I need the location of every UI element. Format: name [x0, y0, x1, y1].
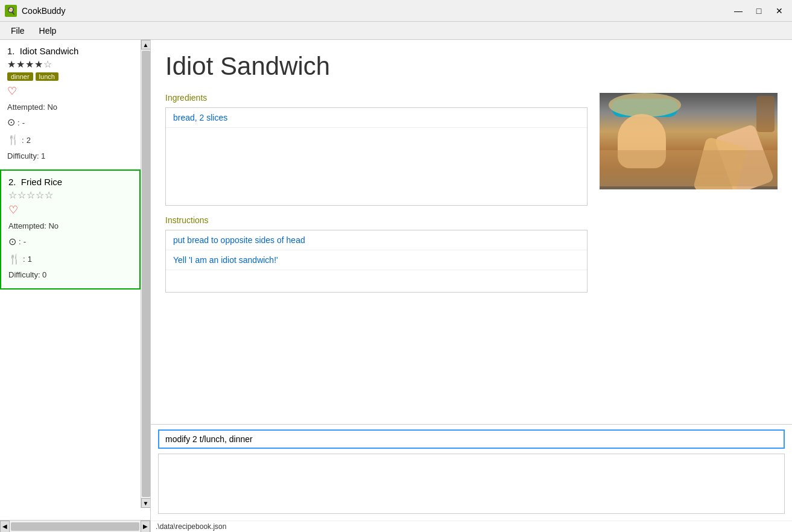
- app-title: CookBuddy: [22, 6, 65, 16]
- recipe-big-title: Idiot Sandwich: [165, 52, 588, 81]
- recipe-heart-1[interactable]: ♡: [7, 84, 133, 98]
- instructions-box: put bread to opposite sides of head Yell…: [165, 230, 588, 293]
- meta-time-2: ⊙: -: [8, 233, 132, 251]
- instruction-2: [166, 270, 587, 292]
- meta-attempted-1: Attempted: No: [7, 100, 133, 114]
- meta-difficulty-2: Difficulty: 0: [8, 268, 132, 282]
- command-input[interactable]: [158, 429, 785, 449]
- instruction-0: put bread to opposite sides of head: [166, 230, 587, 250]
- meta-servings-2: 🍴 : 1: [8, 251, 132, 268]
- recipe-heart-2[interactable]: ♡: [8, 203, 132, 217]
- ingredient-0: bread, 2 slices: [166, 108, 587, 128]
- app-icon: 🍳: [5, 5, 17, 17]
- tag-dinner: dinner: [7, 72, 33, 81]
- ingredients-box: bread, 2 slices: [165, 107, 588, 206]
- recipe-image: [600, 93, 778, 189]
- scrollbar-left[interactable]: ◀: [0, 521, 10, 533]
- recipe-view: Idiot Sandwich Ingredients bread, 2 slic…: [151, 40, 792, 424]
- scrollbar-thumb-v[interactable]: [142, 51, 150, 497]
- minimize-button[interactable]: —: [730, 3, 746, 19]
- title-bar-controls: — □ ✕: [730, 3, 787, 19]
- recipe-item-2[interactable]: 2. Fried Rice ☆☆☆☆☆ ♡ Attempted: No ⊙: -…: [0, 169, 141, 289]
- scrollbar-right[interactable]: ▶: [141, 521, 150, 533]
- right-panel: Idiot Sandwich Ingredients bread, 2 slic…: [151, 40, 792, 532]
- ingredient-4: [166, 186, 587, 205]
- scrollbar-down[interactable]: ▼: [141, 498, 151, 508]
- menu-bar: File Help: [0, 22, 792, 40]
- meta-time-1: ⊙: -: [7, 114, 133, 131]
- recipe-meta-2: Attempted: No ⊙: - 🍴 : 1 Difficulty: 0: [8, 219, 132, 282]
- instructions-label: Instructions: [165, 215, 588, 225]
- recipe-list: 1. Idiot Sandwich ★★★★☆ dinner lunch ♡ A…: [0, 40, 150, 520]
- scrollbar-horizontal: ◀ ▶: [0, 520, 150, 532]
- recipe-title-2: 2. Fried Rice: [8, 177, 132, 187]
- recipe-title-1: 1. Idiot Sandwich: [7, 46, 133, 56]
- scrollbar-vertical: ▲ ▼: [141, 40, 150, 508]
- ingredients-label: Ingredients: [165, 93, 588, 103]
- recipe-tags-1: dinner lunch: [7, 72, 133, 81]
- command-area: [151, 424, 792, 521]
- menu-file[interactable]: File: [5, 25, 31, 37]
- meta-attempted-2: Attempted: No: [8, 219, 132, 233]
- status-path: .\data\recipebook.json: [156, 522, 226, 531]
- main-container: Recipe tags you want to modify 1. Idiot …: [0, 40, 792, 532]
- recipe-stars-1: ★★★★☆: [7, 59, 133, 70]
- ingredient-2: [166, 147, 587, 166]
- meta-servings-1: 🍴 : 2: [7, 131, 133, 149]
- scrollbar-up[interactable]: ▲: [141, 40, 151, 49]
- ingredient-3: [166, 166, 587, 186]
- output-area[interactable]: [158, 454, 785, 514]
- title-bar: 🍳 CookBuddy — □ ✕: [0, 0, 792, 22]
- recipe-meta-1: Attempted: No ⊙: - 🍴 : 2 Difficulty: 1: [7, 100, 133, 163]
- menu-help[interactable]: Help: [33, 25, 63, 37]
- maximize-button[interactable]: □: [751, 3, 767, 19]
- recipe-stars-2: ☆☆☆☆☆: [8, 189, 132, 201]
- instruction-1: Yell 'I am an idiot sandwich!': [166, 250, 587, 270]
- close-button[interactable]: ✕: [771, 3, 787, 19]
- recipe-item-1[interactable]: 1. Idiot Sandwich ★★★★☆ dinner lunch ♡ A…: [0, 40, 141, 169]
- status-bar: .\data\recipebook.json: [151, 521, 792, 532]
- recipe-content: Idiot Sandwich Ingredients bread, 2 slic…: [165, 52, 588, 412]
- left-panel: 1. Idiot Sandwich ★★★★☆ dinner lunch ♡ A…: [0, 40, 151, 532]
- scrollbar-thumb-h[interactable]: [11, 522, 139, 531]
- tag-lunch: lunch: [36, 72, 59, 81]
- meta-difficulty-1: Difficulty: 1: [7, 149, 133, 163]
- ingredient-1: [166, 128, 587, 147]
- title-bar-left: 🍳 CookBuddy: [5, 5, 65, 17]
